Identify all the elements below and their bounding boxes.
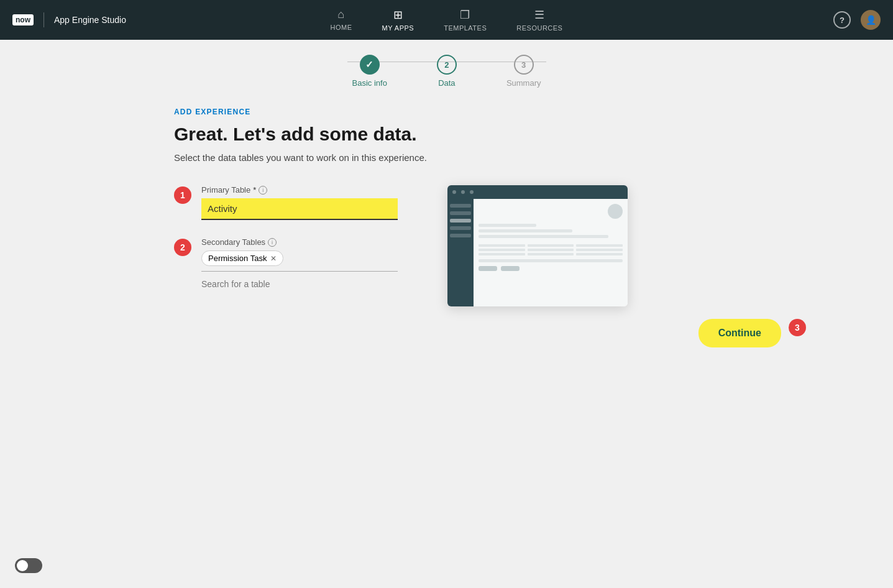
nav-myapps[interactable]: ⊞ MY APPS (380, 3, 417, 37)
preview-sidebar-item-4 (450, 226, 471, 230)
preview-sidebar-item-5 (450, 234, 471, 237)
preview-table-row-2 (479, 249, 623, 251)
step-badge-2: 2 (174, 239, 191, 256)
page-description: Select the data tables you want to work … (174, 152, 856, 163)
toggle-thumb (17, 560, 28, 571)
preview-sidebar-item-1 (450, 204, 471, 208)
preview-sidebar-item-3 (450, 219, 471, 223)
toggle-track[interactable] (15, 558, 42, 573)
brand-divider (44, 12, 44, 27)
primary-table-section: 1 Primary Table * i (174, 185, 398, 220)
tags-row: Permission Task ✕ (201, 250, 398, 272)
preview-btn-2 (501, 266, 520, 271)
preview-cell-5 (528, 249, 574, 251)
preview-sidebar (447, 199, 474, 306)
preview-cell-3 (576, 244, 623, 247)
preview-container (447, 185, 628, 306)
secondary-table-search-input[interactable] (201, 277, 398, 292)
continue-area: Continue 3 (174, 309, 856, 347)
preview-content-area (474, 199, 628, 306)
secondary-tables-label: Secondary Tables i (201, 237, 398, 247)
nav-resources[interactable]: ☰ RESOURCES (514, 3, 565, 37)
secondary-tables-section: 2 Secondary Tables i Permission Task ✕ (174, 237, 398, 292)
nav-myapps-label: MY APPS (382, 24, 414, 32)
myapps-icon: ⊞ (393, 8, 403, 22)
secondary-tables-info-icon[interactable]: i (268, 238, 277, 247)
app-name: App Engine Studio (54, 15, 126, 25)
step-1: ✓ Basic info (352, 55, 387, 88)
step-3-label: Summary (506, 78, 541, 88)
step-1-circle: ✓ (360, 55, 380, 75)
preview-btn-1 (479, 266, 497, 271)
tag-chip-permission-task: Permission Task ✕ (201, 250, 283, 266)
primary-table-field-group: Primary Table * i (201, 185, 398, 220)
preview-btn-row (479, 266, 623, 271)
step-1-label: Basic info (352, 78, 387, 88)
form-preview-layout: 1 Primary Table * i 2 (174, 185, 856, 309)
preview-box (447, 185, 628, 306)
form-section: 1 Primary Table * i 2 (174, 185, 398, 309)
brand: now App Engine Studio (12, 12, 126, 27)
required-asterisk: * (253, 185, 256, 195)
preview-body (447, 199, 628, 306)
preview-row-1 (479, 224, 536, 227)
preview-cell-8 (528, 253, 574, 255)
main-nav: ⌂ HOME ⊞ MY APPS ❐ TEMPLATES ☰ RESOURCES (328, 3, 566, 37)
stepper: ✓ Basic info 2 Data 3 Summary (0, 40, 893, 95)
preview-sidebar-item-2 (450, 211, 471, 215)
preview-table-row-1 (479, 244, 623, 247)
preview-cell-1 (479, 244, 525, 247)
step-2: 2 Data (437, 55, 457, 88)
step-3-circle: 3 (514, 55, 534, 75)
page-content: ADD EXPERIENCE Great. Let's add some dat… (0, 95, 893, 588)
now-logo: now (12, 14, 34, 25)
templates-icon: ❐ (460, 8, 470, 22)
top-navigation: now App Engine Studio ⌂ HOME ⊞ MY APPS ❐… (0, 0, 893, 40)
preview-cell-7 (479, 253, 525, 255)
preview-row-3 (479, 235, 608, 238)
primary-table-info-icon[interactable]: i (259, 186, 267, 195)
primary-table-input[interactable] (201, 198, 398, 220)
nav-templates-label: TEMPLATES (444, 24, 487, 32)
tag-chip-label: Permission Task (208, 254, 267, 263)
section-tag: ADD EXPERIENCE (174, 108, 856, 116)
preview-dot-3 (470, 190, 474, 194)
preview-cell-6 (576, 249, 623, 251)
continue-button[interactable]: Continue (698, 319, 781, 347)
tag-chip-remove-button[interactable]: ✕ (270, 254, 277, 263)
step-2-circle: 2 (437, 55, 457, 75)
secondary-tables-field-group: Secondary Tables i Permission Task ✕ (201, 237, 398, 292)
preview-avatar-circle (608, 204, 623, 219)
preview-row-4 (479, 259, 623, 262)
user-avatar[interactable]: 👤 (861, 10, 881, 30)
preview-dot-2 (461, 190, 465, 194)
preview-dot-1 (452, 190, 456, 194)
preview-cell-2 (528, 244, 574, 247)
topnav-right: ? 👤 (833, 10, 881, 30)
primary-table-label: Primary Table * i (201, 185, 398, 195)
primary-table-label-text: Primary Table (201, 185, 250, 195)
main-area: ← ✕ ✓ Basic info 2 Data 3 Summary ADD EX… (0, 40, 893, 588)
resources-icon: ☰ (534, 8, 545, 22)
nav-home[interactable]: ⌂ HOME (328, 3, 355, 37)
preview-header (447, 185, 628, 199)
bottom-toggle[interactable] (15, 558, 42, 573)
step-3: 3 Summary (506, 55, 541, 88)
preview-row-2 (479, 229, 572, 232)
step-2-label: Data (438, 78, 455, 88)
home-icon: ⌂ (337, 8, 344, 21)
nav-templates[interactable]: ❐ TEMPLATES (441, 3, 489, 37)
checkmark-icon: ✓ (365, 59, 373, 70)
preview-table-row-3 (479, 253, 623, 255)
help-button[interactable]: ? (833, 11, 851, 29)
secondary-tables-label-text: Secondary Tables (201, 237, 265, 247)
preview-cell-4 (479, 249, 525, 251)
page-title: Great. Let's add some data. (174, 124, 856, 145)
preview-cell-9 (576, 253, 623, 255)
badge-3: 3 (789, 319, 806, 336)
step-badge-1: 1 (174, 186, 191, 204)
nav-resources-label: RESOURCES (516, 24, 562, 32)
nav-home-label: HOME (331, 24, 352, 31)
